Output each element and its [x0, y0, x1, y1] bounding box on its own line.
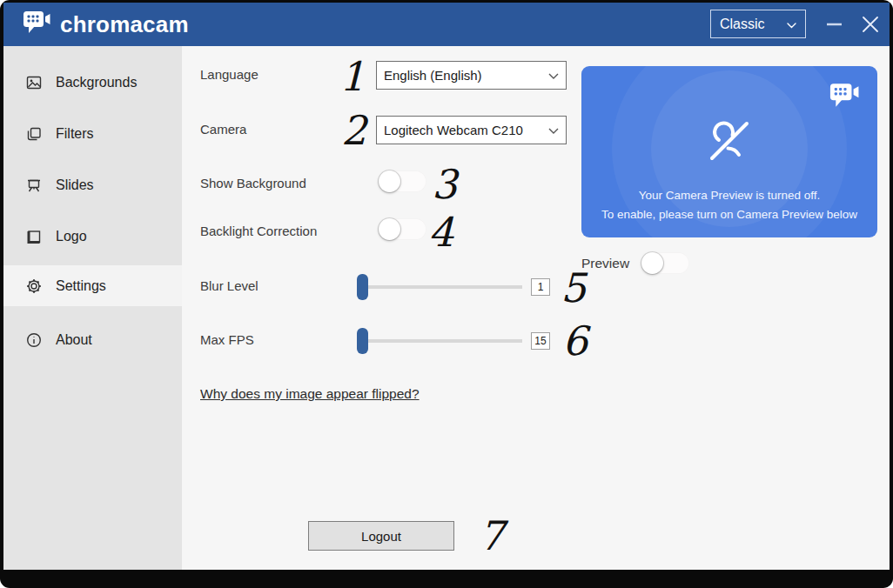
annotation-5: 5 [561, 268, 586, 308]
sidebar-item-slides[interactable]: Slides [3, 164, 182, 205]
window-frame: chromacam Classic Backgrounds [0, 0, 893, 588]
brand: chromacam [23, 10, 189, 39]
sidebar-item-about[interactable]: About [3, 319, 182, 360]
language-dropdown-value: English (English) [384, 68, 548, 83]
close-button[interactable] [853, 3, 888, 46]
preview-toggle-label: Preview [581, 256, 629, 271]
sidebar-item-backgrounds[interactable]: Backgrounds [3, 62, 182, 103]
camera-dropdown-value: Logitech Webcam C210 [384, 123, 548, 137]
camera-label: Camera [200, 122, 246, 137]
minimize-button[interactable] [816, 3, 851, 46]
annotation-4: 4 [428, 212, 453, 252]
annotation-2: 2 [341, 110, 366, 150]
sidebar-label: Slides [56, 177, 94, 193]
info-icon [25, 331, 43, 349]
sidebar-item-settings[interactable]: Settings [3, 265, 182, 306]
show-background-label: Show Background [200, 176, 306, 190]
image-icon [25, 74, 43, 91]
chevron-down-icon [548, 123, 559, 138]
gear-icon [25, 277, 43, 295]
theme-dropdown-value: Classic [720, 17, 787, 32]
chevron-down-icon [787, 17, 796, 32]
sidebar: Backgrounds Filters Slides [3, 46, 182, 570]
chromacam-logo-icon [23, 10, 52, 39]
annotation-6: 6 [562, 321, 588, 361]
sidebar-label: Settings [56, 278, 106, 294]
chromacam-logo-icon [829, 82, 862, 113]
sidebar-item-logo[interactable]: Logo [3, 216, 182, 257]
preview-message-line1: Your Camera Preview is turned off. [581, 186, 877, 205]
flipped-image-link[interactable]: Why does my image appear flipped? [200, 386, 420, 402]
slider-thumb[interactable] [357, 274, 368, 300]
chevron-down-icon [548, 68, 559, 84]
brand-title: chromacam [60, 11, 189, 38]
sidebar-label: Logo [56, 229, 87, 244]
preview-message: Your Camera Preview is turned off. To en… [581, 186, 877, 224]
chromacam-window: chromacam Classic Backgrounds [3, 3, 890, 570]
backlight-correction-label: Backlight Correction [200, 224, 317, 238]
sidebar-label: Backgrounds [56, 75, 137, 90]
sidebar-item-filters[interactable]: Filters [3, 113, 182, 154]
language-label: Language [200, 67, 258, 82]
preview-message-line2: To enable, please turn on Camera Preview… [581, 205, 877, 224]
annotation-1: 1 [339, 57, 365, 97]
slider-track [357, 339, 522, 343]
sidebar-label: Filters [56, 126, 94, 142]
max-fps-label: Max FPS [200, 332, 254, 347]
sidebar-label: About [56, 332, 92, 348]
camera-off-icon [701, 112, 758, 173]
logout-button[interactable]: Logout [308, 521, 454, 551]
blur-level-value: 1 [531, 278, 550, 296]
camera-preview-panel: Your Camera Preview is turned off. To en… [581, 66, 877, 237]
annotation-3: 3 [432, 164, 457, 204]
frame-icon [25, 228, 43, 245]
toggle-knob [641, 252, 663, 274]
backlight-correction-toggle[interactable] [379, 218, 426, 240]
blur-level-slider[interactable] [357, 274, 522, 300]
titlebar: chromacam Classic [3, 3, 890, 46]
blur-level-label: Blur Level [200, 278, 258, 293]
theme-dropdown[interactable]: Classic [710, 10, 806, 38]
slider-thumb[interactable] [357, 328, 368, 354]
max-fps-slider[interactable] [357, 328, 522, 354]
toggle-knob [379, 218, 400, 240]
language-dropdown[interactable]: English (English) [376, 61, 567, 90]
slider-track [357, 285, 522, 289]
toggle-knob [379, 170, 400, 192]
camera-dropdown[interactable]: Logitech Webcam C210 [376, 116, 567, 144]
show-background-toggle[interactable] [379, 170, 426, 192]
preview-toggle[interactable] [641, 252, 689, 274]
easel-icon [25, 177, 43, 194]
max-fps-value: 15 [531, 332, 550, 350]
annotation-7: 7 [479, 516, 504, 556]
layers-icon [25, 125, 43, 143]
